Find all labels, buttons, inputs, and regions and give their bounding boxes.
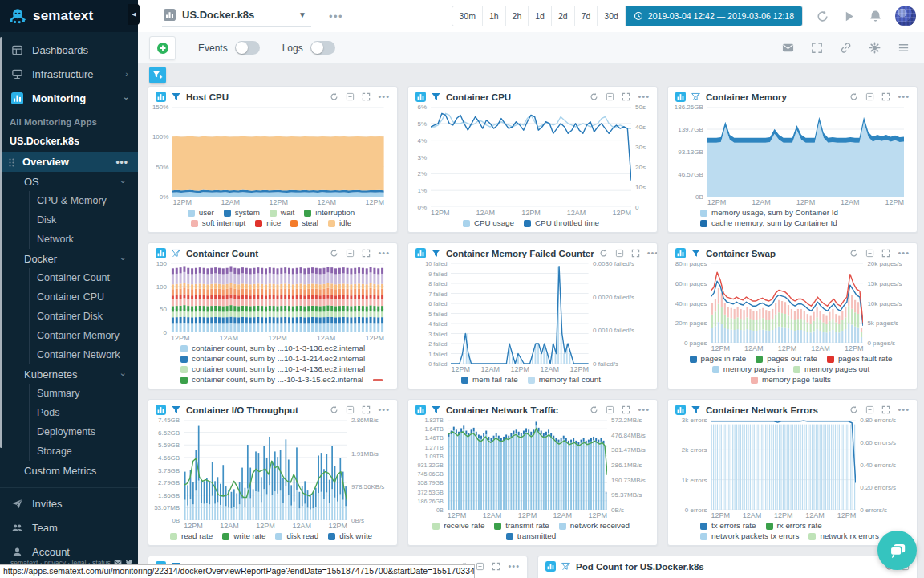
more-icon[interactable]: ••• <box>898 92 910 101</box>
minus-icon[interactable] <box>476 562 484 571</box>
chart-plot[interactable] <box>171 263 384 332</box>
minus-icon[interactable] <box>865 249 874 258</box>
legend-item-container-count-sum-by-10-1-3-15-ec2-internal[interactable]: container count, sum by ...-10-1-3-15.ec… <box>180 375 363 385</box>
expand-icon[interactable] <box>881 92 890 101</box>
time-range-30d[interactable]: 30d <box>598 6 626 26</box>
minus-icon[interactable] <box>346 249 355 258</box>
legend-item-disk-write[interactable]: disk write <box>328 531 372 541</box>
legend-item-user[interactable]: user <box>188 208 214 218</box>
chart-plot[interactable] <box>707 107 904 197</box>
sidebar-item-team[interactable]: Team <box>0 515 138 539</box>
legend-item-pages-in-rate[interactable]: pages in rate <box>690 354 747 364</box>
more-icon[interactable]: ••• <box>116 157 128 168</box>
legend-item-pages-out-rate[interactable]: pages out rate <box>756 354 817 364</box>
more-icon[interactable]: ••• <box>378 405 390 414</box>
legend-item-soft-interrupt[interactable]: soft interrupt <box>191 218 245 228</box>
sidebar-item-monitoring[interactable]: Monitoring› <box>0 86 138 110</box>
funnel-icon[interactable] <box>691 405 701 415</box>
funnel-icon[interactable] <box>431 405 441 415</box>
add-filter-button[interactable] <box>149 67 166 83</box>
minus-icon[interactable] <box>615 249 624 258</box>
sidebar-item-storage[interactable]: Storage <box>29 442 138 461</box>
legend-item-cache-memory-sum-by-container-id[interactable]: cache memory, sum by Container Id <box>700 218 837 228</box>
legend-item-nice[interactable]: nice <box>255 218 281 228</box>
refresh-icon[interactable] <box>849 405 858 414</box>
funnel-off-icon[interactable] <box>171 248 181 258</box>
legend-item-wait[interactable]: wait <box>270 208 294 218</box>
sidebar-collapse-button[interactable]: ◀ <box>128 4 140 25</box>
minus-icon[interactable] <box>865 405 874 414</box>
funnel-icon[interactable] <box>431 92 441 102</box>
legend-item-transmit-rate[interactable]: transmit rate <box>494 521 549 531</box>
legend-item-container-count-sum-by-10-1-4-136-ec2-internal[interactable]: container count, sum by ...10-1-4-136.ec… <box>180 364 365 374</box>
funnel-icon[interactable] <box>171 405 181 415</box>
chart-plot[interactable] <box>431 107 631 207</box>
legend-item-pages-fault-rate[interactable]: pages fault rate <box>827 354 893 364</box>
minus-icon[interactable] <box>346 92 355 101</box>
more-icon[interactable]: ••• <box>898 249 910 258</box>
chat-widget-button[interactable] <box>877 531 917 570</box>
email-report-icon[interactable] <box>782 42 794 54</box>
time-range-2h[interactable]: 2h <box>506 6 529 26</box>
legend-item-rx-errors-rate[interactable]: rx errors rate <box>766 521 822 531</box>
sidebar-item-custom-metrics[interactable]: Custom Metrics <box>0 461 138 480</box>
legend-item-network-packets-tx-errors[interactable]: network packets tx errors <box>700 531 799 541</box>
legend-item-mem-fail-rate[interactable]: mem fail rate <box>461 375 518 385</box>
refresh-icon[interactable] <box>816 10 829 23</box>
minus-icon[interactable] <box>346 405 355 414</box>
minus-icon[interactable] <box>606 405 614 414</box>
bell-icon[interactable] <box>869 10 882 23</box>
app-selector[interactable]: US.Docker.k8s ▼ <box>162 6 311 27</box>
legend-item-memory-page-faults[interactable]: memory page faults <box>751 375 831 385</box>
sidebar-item-overview[interactable]: Overview••• <box>0 152 138 172</box>
time-range-30m[interactable]: 30m <box>452 6 482 26</box>
sidebar-item-disk[interactable]: Disk <box>29 210 138 230</box>
legend-item-extra[interactable] <box>373 379 383 381</box>
expand-icon[interactable] <box>492 562 500 571</box>
legend-item-network-rx-errors[interactable]: network rx errors <box>808 531 879 541</box>
time-range-7d[interactable]: 7d <box>575 6 598 26</box>
expand-icon[interactable] <box>622 405 630 414</box>
funnel-icon[interactable] <box>171 92 181 102</box>
more-icon[interactable]: ••• <box>898 405 910 414</box>
legend-item-receive-rate[interactable]: receive rate <box>432 521 484 531</box>
funnel-icon[interactable] <box>431 248 441 258</box>
add-component-button[interactable] <box>149 36 176 60</box>
expand-icon[interactable] <box>622 92 630 101</box>
refresh-icon[interactable] <box>849 249 858 258</box>
expand-icon[interactable] <box>362 249 371 258</box>
funnel-off-icon[interactable] <box>561 561 571 572</box>
link-icon[interactable] <box>840 42 852 54</box>
more-icon[interactable]: ••• <box>647 249 658 258</box>
play-icon[interactable] <box>842 10 856 23</box>
more-icon[interactable]: ••• <box>638 92 650 101</box>
sidebar-item-dashboards[interactable]: Dashboards <box>0 38 138 62</box>
refresh-icon[interactable] <box>849 92 858 101</box>
sidebar-item-infrastructure[interactable]: Infrastructure› <box>0 62 138 86</box>
legend-item-cpu-throttled-time[interactable]: CPU throttled time <box>524 218 599 228</box>
sidebar-item-docker[interactable]: Docker› <box>0 249 138 268</box>
sidebar-item-os[interactable]: OS› <box>0 172 138 191</box>
sidebar-item-network[interactable]: Network <box>29 230 138 249</box>
chart-plot[interactable] <box>172 107 384 197</box>
sidebar-item-container-cpu[interactable]: Container CPU <box>29 287 138 307</box>
sidebar-item-all-monitoring-apps[interactable]: All Monitoring Apps <box>0 114 138 131</box>
legend-item-memory-usage-sum-by-container-id[interactable]: memory usage, sum by Container Id <box>700 208 838 218</box>
expand-icon[interactable] <box>881 249 890 258</box>
chart-plot[interactable] <box>448 420 607 510</box>
chart-plot[interactable] <box>184 420 347 520</box>
minus-icon[interactable] <box>865 92 874 101</box>
funnel-off-icon[interactable] <box>691 92 701 102</box>
integrations-icon[interactable] <box>869 42 881 54</box>
chart-plot[interactable] <box>711 263 863 343</box>
refresh-icon[interactable] <box>590 405 598 414</box>
more-icon[interactable]: ••• <box>378 249 390 258</box>
events-toggle[interactable] <box>235 41 260 55</box>
legend-item-container-count-sum-by-10-1-1-214-ec2-internal[interactable]: container count, sum by ...10-1-1-214.ec… <box>180 354 365 364</box>
refresh-icon[interactable] <box>330 405 338 414</box>
sidebar-item-container-disk[interactable]: Container Disk <box>29 307 138 326</box>
more-icon[interactable]: ••• <box>378 92 390 101</box>
sidebar-item-us-docker-k8s[interactable]: US.Docker.k8s <box>0 133 138 150</box>
sidebar-item-invites[interactable]: Invites <box>0 491 138 515</box>
sidebar-item-cpu-memory[interactable]: CPU & Memory <box>29 191 138 210</box>
